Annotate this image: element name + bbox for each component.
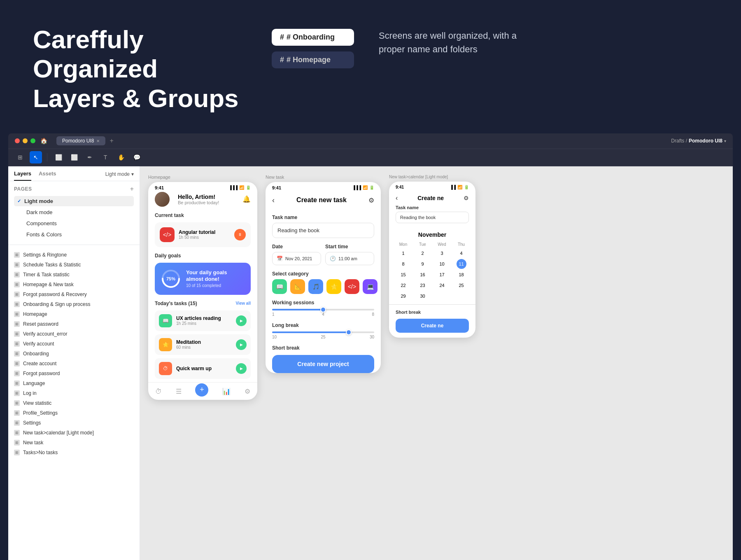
layer-homepage[interactable]: ⊞ Homepage xyxy=(8,309,140,319)
layer-onboarding2[interactable]: ⊞ Onboarding xyxy=(8,349,140,359)
view-all-button[interactable]: View all xyxy=(235,301,251,306)
layer-view-statistic[interactable]: ⊞ View statistic xyxy=(8,398,140,408)
layer-settings[interactable]: ⊞ Settings xyxy=(8,418,140,428)
task-meditation[interactable]: ⭐ Meditation 60 mins ▶ xyxy=(155,334,251,355)
cal-day-15[interactable]: 15 xyxy=(398,270,408,280)
pause-button[interactable]: ⏸ xyxy=(234,229,246,240)
cal-day-4[interactable]: 4 xyxy=(457,248,466,258)
cal-day-23[interactable]: 23 xyxy=(418,280,428,290)
layer-tasks-no[interactable]: ⊞ Tasks>No tasks xyxy=(8,448,140,457)
cat-orange[interactable]: 📐 xyxy=(290,279,305,294)
close-button[interactable] xyxy=(15,138,20,143)
task-ux-articles[interactable]: 📖 UX articles reading 1h 25 mins ▶ xyxy=(155,310,251,331)
grid-tool[interactable]: ⊞ xyxy=(14,151,26,163)
add-page-button[interactable]: + xyxy=(130,185,134,193)
nav-chart[interactable]: 📊 xyxy=(222,387,231,395)
layer-profile[interactable]: ⊞ Profile_Settings xyxy=(8,408,140,418)
text-tool[interactable]: T xyxy=(99,151,112,163)
layer-language[interactable]: ⊞ Language xyxy=(8,378,140,388)
task-name-input[interactable]: Reading the book xyxy=(272,223,374,238)
date-input[interactable]: 📅 Nov 20, 2021 xyxy=(272,252,321,265)
layer-verify[interactable]: ⊞ Verify account xyxy=(8,339,140,349)
back-btn-cal[interactable]: ‹ xyxy=(396,194,398,202)
create-button-cal[interactable]: Create ne xyxy=(396,319,469,333)
homepage-tag[interactable]: # # Homepage xyxy=(272,51,354,68)
cat-red[interactable]: </> xyxy=(345,279,359,294)
cal-day-2[interactable]: 2 xyxy=(418,248,428,258)
layer-reset-pwd[interactable]: ⊞ Reset password xyxy=(8,319,140,329)
cal-day-8[interactable]: 8 xyxy=(398,259,408,269)
new-tab-button[interactable]: + xyxy=(110,137,113,145)
onboarding-tag[interactable]: # # Onboarding xyxy=(272,29,354,46)
cal-day-30[interactable]: 30 xyxy=(418,291,428,301)
shape-tool[interactable]: ⬜ xyxy=(68,151,80,163)
active-tab[interactable]: Pomodoro UI8 ✕ xyxy=(56,136,105,145)
create-project-button[interactable]: Create new project xyxy=(272,355,374,373)
cat-green[interactable]: 📖 xyxy=(272,279,287,294)
cal-day-17[interactable]: 17 xyxy=(437,270,447,280)
cal-day-3[interactable]: 3 xyxy=(437,248,447,258)
page-item-light[interactable]: ✓ Light mode xyxy=(14,196,134,206)
task-quick-warmup[interactable]: ⏱ Quick warm up ▶ xyxy=(155,358,251,379)
chevron-down-icon-mode[interactable]: ▾ xyxy=(131,171,134,177)
cal-day-22[interactable]: 22 xyxy=(398,280,408,290)
nav-clock[interactable]: ⏱ xyxy=(155,388,162,395)
current-task-card[interactable]: </> Angular tutorial 1h 50 mins ⏸ xyxy=(155,222,251,247)
signal-icon: ▐▐▐ xyxy=(229,185,238,190)
cat-blue[interactable]: 🎵 xyxy=(308,279,323,294)
cat-purple[interactable]: 💻 xyxy=(363,279,377,294)
start-time-input[interactable]: 🕐 11:00 am xyxy=(325,252,374,265)
nav-settings[interactable]: ⚙ xyxy=(245,387,250,395)
tab-layers[interactable]: Layers xyxy=(14,170,31,181)
cal-day-11[interactable]: 11 xyxy=(457,259,466,269)
layer-schedule[interactable]: ⊞ Schedule Tasks & Statistic xyxy=(8,260,140,270)
home-icon[interactable]: 🏠 xyxy=(40,138,47,144)
comment-tool[interactable]: 💬 xyxy=(130,151,143,163)
nav-list[interactable]: ☰ xyxy=(176,387,182,395)
frame-tool[interactable]: ⬜ xyxy=(52,151,65,163)
layer-new-task[interactable]: ⊞ New task xyxy=(8,438,140,448)
cal-day-10[interactable]: 10 xyxy=(437,259,447,269)
cal-day-18[interactable]: 18 xyxy=(457,270,466,280)
gear-btn-cal[interactable]: ⚙ xyxy=(464,195,469,201)
gear-button[interactable]: ⚙ xyxy=(368,196,374,204)
layer-homepage-newtask[interactable]: ⊞ Homepage & New task xyxy=(8,280,140,289)
pen-tool[interactable]: ✒ xyxy=(84,151,96,163)
long-break-slider-thumb[interactable] xyxy=(346,329,352,335)
play-button[interactable]: ▶ xyxy=(236,363,247,374)
notification-bell-icon[interactable]: 🔔 xyxy=(242,195,251,203)
layer-login[interactable]: ⊞ Log in xyxy=(8,388,140,398)
sessions-slider-thumb[interactable] xyxy=(320,307,326,313)
layer-onboarding[interactable]: ⊞ Onboarding & Sign up process xyxy=(8,299,140,309)
cal-day-16[interactable]: 16 xyxy=(418,270,428,280)
cal-day-29[interactable]: 29 xyxy=(398,291,408,301)
layer-forgot-pwd[interactable]: ⊞ Forgot password & Recovery xyxy=(8,289,140,299)
page-item-fonts[interactable]: Fonts & Colors xyxy=(14,229,134,240)
cat-yellow[interactable]: ⭐ xyxy=(326,279,341,294)
fullscreen-button[interactable] xyxy=(30,138,35,143)
nav-add-button[interactable]: + xyxy=(195,383,208,397)
layer-forgot-pwd2[interactable]: ⊞ Forgot password xyxy=(8,369,140,378)
play-button[interactable]: ▶ xyxy=(236,339,247,350)
hand-tool[interactable]: ✋ xyxy=(115,151,127,163)
layer-create-account[interactable]: ⊞ Create account xyxy=(8,359,140,369)
close-tab-icon[interactable]: ✕ xyxy=(96,139,100,143)
task-name-label: Task name xyxy=(272,215,374,220)
tab-assets[interactable]: Assets xyxy=(39,170,56,181)
task-name: Meditation xyxy=(176,339,201,345)
layer-verify-error[interactable]: ⊞ Verify account_error xyxy=(8,329,140,339)
select-tool[interactable]: ↖ xyxy=(30,151,42,163)
page-item-dark[interactable]: Dark mode xyxy=(14,207,134,217)
play-button[interactable]: ▶ xyxy=(236,315,247,326)
layer-settings-ringtone[interactable]: ⊞ Settings & Ringtone xyxy=(8,250,140,260)
back-button[interactable]: ‹ xyxy=(272,196,275,205)
minimize-button[interactable] xyxy=(23,138,28,143)
cal-day-9[interactable]: 9 xyxy=(418,259,428,269)
cal-day-24[interactable]: 24 xyxy=(437,280,447,290)
layer-timer[interactable]: ⊞ Timer & Task statistic xyxy=(8,270,140,280)
page-item-components[interactable]: Components xyxy=(14,218,134,229)
chevron-down-icon[interactable]: ▾ xyxy=(724,139,726,143)
cal-day-25[interactable]: 25 xyxy=(457,280,466,290)
layer-new-task-cal[interactable]: ⊞ New task>calendar [Light mode] xyxy=(8,428,140,438)
cal-day-1[interactable]: 1 xyxy=(398,248,408,258)
